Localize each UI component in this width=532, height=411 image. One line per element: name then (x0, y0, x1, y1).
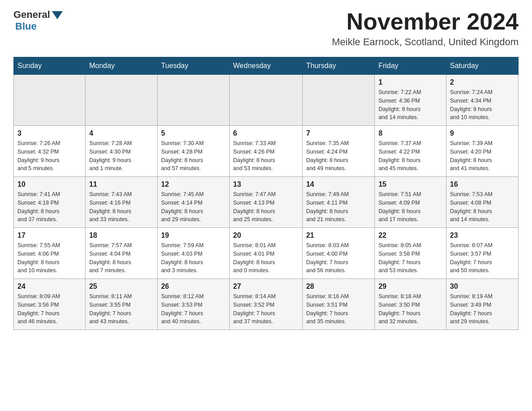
calendar-table: SundayMondayTuesdayWednesdayThursdayFrid… (13, 57, 519, 330)
day-number: 15 (378, 180, 442, 188)
day-info: Sunrise: 7:41 AM Sunset: 4:18 PM Dayligh… (17, 190, 82, 224)
calendar-cell: 25Sunrise: 8:11 AM Sunset: 3:55 PM Dayli… (86, 279, 157, 330)
day-number: 23 (450, 231, 515, 240)
weekday-header-wednesday: Wednesday (229, 57, 302, 75)
day-number: 20 (233, 231, 299, 240)
calendar-cell: 5Sunrise: 7:30 AM Sunset: 4:28 PM Daylig… (157, 126, 229, 177)
day-number: 19 (161, 231, 226, 240)
day-info: Sunrise: 7:53 AM Sunset: 4:08 PM Dayligh… (450, 190, 515, 224)
weekday-header-friday: Friday (375, 57, 446, 75)
calendar-cell: 22Sunrise: 8:05 AM Sunset: 3:58 PM Dayli… (375, 228, 446, 279)
day-number: 30 (450, 283, 515, 291)
day-info: Sunrise: 7:47 AM Sunset: 4:13 PM Dayligh… (233, 190, 299, 224)
day-number: 3 (17, 129, 82, 137)
day-info: Sunrise: 8:09 AM Sunset: 3:56 PM Dayligh… (17, 292, 82, 326)
calendar-cell: 21Sunrise: 8:03 AM Sunset: 4:00 PM Dayli… (302, 228, 374, 279)
day-info: Sunrise: 8:16 AM Sunset: 3:51 PM Dayligh… (306, 292, 371, 326)
calendar-cell: 3Sunrise: 7:26 AM Sunset: 4:32 PM Daylig… (14, 126, 86, 177)
day-number: 13 (233, 180, 299, 188)
calendar-cell: 6Sunrise: 7:33 AM Sunset: 4:26 PM Daylig… (229, 126, 302, 177)
calendar-cell: 29Sunrise: 8:18 AM Sunset: 3:50 PM Dayli… (375, 279, 446, 330)
calendar-cell: 23Sunrise: 8:07 AM Sunset: 3:57 PM Dayli… (446, 228, 518, 279)
calendar-cell (229, 75, 302, 126)
calendar-cell: 24Sunrise: 8:09 AM Sunset: 3:56 PM Dayli… (14, 279, 86, 330)
weekday-header-thursday: Thursday (302, 57, 374, 75)
calendar-cell: 12Sunrise: 7:45 AM Sunset: 4:14 PM Dayli… (157, 177, 229, 228)
day-info: Sunrise: 7:43 AM Sunset: 4:16 PM Dayligh… (89, 190, 153, 224)
day-info: Sunrise: 7:33 AM Sunset: 4:26 PM Dayligh… (233, 139, 299, 173)
day-number: 18 (89, 231, 153, 240)
calendar-cell: 13Sunrise: 7:47 AM Sunset: 4:13 PM Dayli… (229, 177, 302, 228)
day-info: Sunrise: 8:03 AM Sunset: 4:00 PM Dayligh… (306, 241, 371, 275)
day-number: 10 (17, 180, 82, 188)
calendar-cell: 15Sunrise: 7:51 AM Sunset: 4:09 PM Dayli… (375, 177, 446, 228)
calendar-cell: 27Sunrise: 8:14 AM Sunset: 3:52 PM Dayli… (229, 279, 302, 330)
day-info: Sunrise: 7:59 AM Sunset: 4:03 PM Dayligh… (161, 241, 226, 275)
weekday-header-monday: Monday (86, 57, 157, 75)
calendar-cell: 14Sunrise: 7:49 AM Sunset: 4:11 PM Dayli… (302, 177, 374, 228)
logo-arrow-icon (52, 11, 63, 19)
day-number: 11 (89, 180, 153, 188)
month-year-title: November 2024 (332, 9, 519, 34)
day-info: Sunrise: 7:28 AM Sunset: 4:30 PM Dayligh… (89, 139, 153, 173)
day-info: Sunrise: 7:30 AM Sunset: 4:28 PM Dayligh… (161, 139, 226, 173)
day-number: 6 (233, 129, 299, 137)
day-info: Sunrise: 8:12 AM Sunset: 3:53 PM Dayligh… (161, 292, 226, 326)
calendar-cell: 1Sunrise: 7:22 AM Sunset: 4:36 PM Daylig… (375, 75, 446, 126)
title-section: November 2024 Meikle Earnock, Scotland, … (332, 9, 519, 48)
logo-general-text: General (13, 9, 50, 21)
calendar-header-row: SundayMondayTuesdayWednesdayThursdayFrid… (14, 57, 519, 75)
day-info: Sunrise: 7:49 AM Sunset: 4:11 PM Dayligh… (306, 190, 371, 224)
calendar-cell: 10Sunrise: 7:41 AM Sunset: 4:18 PM Dayli… (14, 177, 86, 228)
day-number: 5 (161, 129, 226, 137)
weekday-header-sunday: Sunday (14, 57, 86, 75)
day-number: 9 (450, 129, 515, 137)
calendar-cell (86, 75, 157, 126)
logo: General Blue (13, 9, 63, 32)
day-number: 8 (378, 129, 442, 137)
day-number: 28 (306, 283, 371, 291)
day-number: 26 (161, 283, 226, 291)
calendar-cell: 4Sunrise: 7:28 AM Sunset: 4:30 PM Daylig… (86, 126, 157, 177)
calendar-cell (302, 75, 374, 126)
calendar-week-4: 17Sunrise: 7:55 AM Sunset: 4:06 PM Dayli… (14, 228, 519, 279)
weekday-header-tuesday: Tuesday (157, 57, 229, 75)
calendar-week-3: 10Sunrise: 7:41 AM Sunset: 4:18 PM Dayli… (14, 177, 519, 228)
calendar-cell: 20Sunrise: 8:01 AM Sunset: 4:01 PM Dayli… (229, 228, 302, 279)
calendar-week-5: 24Sunrise: 8:09 AM Sunset: 3:56 PM Dayli… (14, 279, 519, 330)
day-number: 14 (306, 180, 371, 188)
logo-blue-text: Blue (15, 21, 37, 32)
day-info: Sunrise: 7:22 AM Sunset: 4:36 PM Dayligh… (378, 88, 442, 122)
day-number: 22 (378, 231, 442, 240)
day-number: 29 (378, 283, 442, 291)
page-header: General Blue November 2024 Meikle Earnoc… (13, 9, 519, 48)
day-info: Sunrise: 8:07 AM Sunset: 3:57 PM Dayligh… (450, 241, 515, 275)
day-info: Sunrise: 7:37 AM Sunset: 4:22 PM Dayligh… (378, 139, 442, 173)
day-info: Sunrise: 8:14 AM Sunset: 3:52 PM Dayligh… (233, 292, 299, 326)
day-info: Sunrise: 8:05 AM Sunset: 3:58 PM Dayligh… (378, 241, 442, 275)
calendar-cell: 28Sunrise: 8:16 AM Sunset: 3:51 PM Dayli… (302, 279, 374, 330)
day-number: 25 (89, 283, 153, 291)
day-info: Sunrise: 8:18 AM Sunset: 3:50 PM Dayligh… (378, 292, 442, 326)
day-number: 12 (161, 180, 226, 188)
day-info: Sunrise: 7:39 AM Sunset: 4:20 PM Dayligh… (450, 139, 515, 173)
calendar-week-2: 3Sunrise: 7:26 AM Sunset: 4:32 PM Daylig… (14, 126, 519, 177)
calendar-cell (157, 75, 229, 126)
day-number: 1 (378, 78, 442, 86)
day-info: Sunrise: 7:26 AM Sunset: 4:32 PM Dayligh… (17, 139, 82, 173)
day-info: Sunrise: 7:45 AM Sunset: 4:14 PM Dayligh… (161, 190, 226, 224)
calendar-cell: 18Sunrise: 7:57 AM Sunset: 4:04 PM Dayli… (86, 228, 157, 279)
day-info: Sunrise: 8:01 AM Sunset: 4:01 PM Dayligh… (233, 241, 299, 275)
day-number: 4 (89, 129, 153, 137)
calendar-cell: 8Sunrise: 7:37 AM Sunset: 4:22 PM Daylig… (375, 126, 446, 177)
day-info: Sunrise: 7:57 AM Sunset: 4:04 PM Dayligh… (89, 241, 153, 275)
day-number: 27 (233, 283, 299, 291)
day-number: 16 (450, 180, 515, 188)
day-number: 21 (306, 231, 371, 240)
calendar-week-1: 1Sunrise: 7:22 AM Sunset: 4:36 PM Daylig… (14, 75, 519, 126)
calendar-cell: 7Sunrise: 7:35 AM Sunset: 4:24 PM Daylig… (302, 126, 374, 177)
calendar-cell: 30Sunrise: 8:19 AM Sunset: 3:49 PM Dayli… (446, 279, 518, 330)
calendar-cell: 11Sunrise: 7:43 AM Sunset: 4:16 PM Dayli… (86, 177, 157, 228)
calendar-cell: 9Sunrise: 7:39 AM Sunset: 4:20 PM Daylig… (446, 126, 518, 177)
day-number: 7 (306, 129, 371, 137)
